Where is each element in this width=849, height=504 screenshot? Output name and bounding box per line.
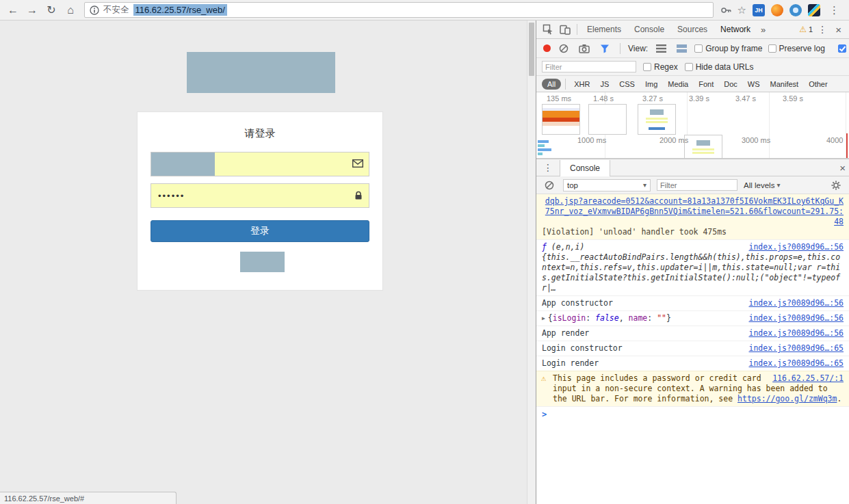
lock-icon (354, 191, 363, 200)
tab-network[interactable]: Network (715, 21, 756, 39)
filmstrip-thumbnail[interactable] (588, 104, 627, 135)
page-scrollbar[interactable] (527, 21, 536, 504)
console-drawer-tab[interactable]: Console (560, 160, 610, 176)
source-link[interactable]: index.js?0089d96…:65 (749, 358, 844, 369)
grid-label: 4000 (826, 136, 843, 144)
warning-count: 1 (809, 25, 813, 34)
filter-pill-font[interactable]: Font (694, 79, 718, 90)
expand-caret-icon[interactable]: ▶ (542, 315, 545, 321)
function-args: (e,n,i) (547, 242, 584, 252)
preserve-log-toggle[interactable]: Preserve log (768, 44, 825, 53)
source-link[interactable]: index.js?0089d96…:56 (749, 298, 844, 308)
source-link[interactable]: index.js?0089d96…:65 (749, 343, 844, 354)
extension-blue-icon[interactable] (789, 4, 802, 16)
console-settings-icon[interactable] (828, 178, 844, 193)
home-button[interactable]: ⌂ (62, 2, 79, 18)
console-filter-input[interactable] (657, 179, 737, 191)
filter-pill-doc[interactable]: Doc (720, 79, 742, 90)
tab-sources[interactable]: Sources (672, 21, 713, 39)
password-key-icon[interactable] (720, 3, 731, 18)
back-button[interactable]: ← (4, 2, 22, 18)
console-log-row: index.js?0089d96…:56 App render (536, 326, 849, 341)
filter-pill-manifest[interactable]: Manifest (766, 79, 803, 90)
capture-screenshots-icon[interactable] (577, 41, 592, 56)
filter-pill-all[interactable]: All (542, 79, 561, 90)
hide-data-urls-toggle[interactable]: Hide data URLs (685, 62, 754, 72)
filter-pill-img[interactable]: Img (641, 79, 662, 90)
device-toolbar-icon[interactable] (558, 22, 573, 37)
load-event-line (846, 133, 848, 158)
reload-button[interactable]: ↻ (42, 2, 60, 18)
bookmark-star-icon[interactable]: ☆ (737, 4, 746, 16)
inspect-element-icon[interactable] (540, 22, 556, 37)
browser-menu-icon[interactable]: ⋮ (826, 4, 842, 16)
devtools-close-icon[interactable]: × (832, 24, 845, 36)
execution-context-select[interactable]: top ▾ (563, 179, 651, 191)
grid-label: 2000 ms (659, 136, 688, 144)
login-button[interactable]: 登录 (151, 220, 369, 242)
console-log-row: index.js?0089d96…:56 App constructor (536, 295, 849, 310)
account-input[interactable] (151, 152, 369, 176)
drawer-close-icon[interactable]: × (836, 162, 849, 174)
network-filter-input[interactable] (542, 61, 636, 72)
filter-pill-xhr[interactable]: XHR (570, 79, 594, 90)
source-link[interactable]: index.js?0089d96…:56 (749, 328, 844, 339)
extension-orange-icon[interactable] (771, 4, 783, 16)
warning-link[interactable]: https://goo.gl/zmWq3m (737, 394, 837, 403)
overview-bar (538, 140, 549, 143)
log-text: App constructor (542, 298, 613, 308)
address-bar[interactable]: 不安全 116.62.25.57/rse_web/ (84, 2, 714, 18)
prompt-chevron-icon: > (542, 410, 547, 419)
forward-button[interactable]: → (23, 2, 41, 18)
filter-pill-js[interactable]: JS (596, 79, 613, 90)
tab-console[interactable]: Console (629, 21, 670, 39)
console-prompt[interactable]: > (536, 406, 849, 423)
checked-checkbox-cutoff[interactable] (838, 44, 846, 53)
view-waterfall-icon[interactable] (674, 41, 689, 56)
regex-toggle[interactable]: Regex (643, 62, 678, 72)
devtools-tabbar: Elements Console Sources Network » ⚠ 1 ⋮… (536, 21, 849, 39)
source-link[interactable]: index.js?0089d96…:56 (749, 313, 844, 323)
network-type-filters: All XHR JS CSS Img Media Font Doc WS Man… (536, 76, 849, 92)
frame-time: 3.39 s (689, 94, 709, 103)
violation-source-link[interactable]: dqb.jsp?areacode=0512&account=81a13a1370… (545, 196, 844, 226)
source-link[interactable]: 116.62.25.57/:1 (772, 373, 844, 384)
overview-bar (538, 144, 545, 147)
more-tabs-icon[interactable]: » (761, 25, 766, 35)
log-text: Login constructor (542, 343, 623, 353)
filter-funnel-icon[interactable] (597, 41, 612, 56)
network-filter-row: Regex Hide data URLs (536, 58, 849, 76)
devtools-menu-icon[interactable]: ⋮ (815, 24, 830, 35)
console-violation-message: dqb.jsp?areacode=0512&account=81a13a1370… (536, 194, 849, 239)
object-sep: : (647, 313, 657, 323)
password-input[interactable]: •••••• (151, 183, 369, 208)
security-label[interactable]: 不安全 (103, 4, 129, 16)
clear-icon[interactable] (556, 41, 571, 56)
filmstrip-thumbnail[interactable] (638, 104, 676, 135)
group-by-frame-checkbox (694, 44, 703, 53)
function-body: {this.__reactAutoBindPairs.length&&h(thi… (542, 252, 844, 293)
tab-elements[interactable]: Elements (582, 21, 627, 39)
extension-dark-icon[interactable] (808, 4, 820, 16)
filmstrip-thumbnail[interactable] (542, 104, 580, 135)
devtools-panel: Elements Console Sources Network » ⚠ 1 ⋮… (536, 21, 849, 504)
drawer-menu-icon[interactable]: ⋮ (540, 162, 556, 173)
info-icon[interactable] (90, 5, 99, 15)
group-by-frame-toggle[interactable]: Group by frame (694, 44, 762, 53)
scrollbar-thumb[interactable] (529, 23, 534, 76)
log-levels-select[interactable]: All levels ▾ (744, 181, 780, 189)
console-clear-icon[interactable] (542, 178, 557, 193)
view-list-icon[interactable] (653, 41, 668, 56)
record-button[interactable] (543, 44, 551, 52)
filter-pill-media[interactable]: Media (664, 79, 692, 90)
source-link[interactable]: index.js?0089d96…:56 (749, 242, 844, 252)
filter-pill-ws[interactable]: WS (744, 79, 764, 90)
filter-pill-other[interactable]: Other (805, 79, 832, 90)
extension-jh-icon[interactable]: JH (753, 4, 765, 16)
preserve-log-label: Preserve log (779, 44, 825, 53)
issues-badge[interactable]: ⚠ 1 (799, 25, 813, 34)
log-text: Login render (542, 358, 599, 368)
console-object-log: index.js?0089d96…:56 ▶{isLogin: false, n… (536, 310, 849, 326)
filmstrip-thumbnail[interactable] (684, 135, 722, 159)
filter-pill-css[interactable]: CSS (615, 79, 639, 90)
